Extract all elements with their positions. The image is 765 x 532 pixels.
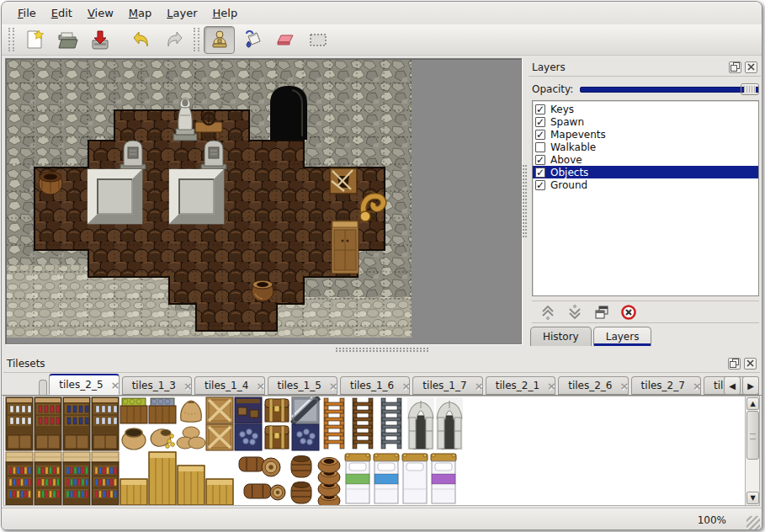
tileset-tab-label: tiles_2_1 xyxy=(496,380,539,391)
close-panel-button[interactable] xyxy=(745,61,757,73)
new-map-button[interactable] xyxy=(19,26,50,54)
lower-layer-button[interactable] xyxy=(566,303,584,322)
tab-scroll-buttons: ◀ ▶ xyxy=(724,376,759,395)
layer-visibility-checkbox[interactable] xyxy=(535,142,545,152)
tileset-tab-tiles_1_7[interactable]: tiles_1_7× xyxy=(412,376,482,395)
menu-edit[interactable]: Edit xyxy=(44,4,80,22)
layer-row-ground[interactable]: ✓Ground xyxy=(533,178,758,191)
undo-arrow-icon xyxy=(130,29,152,51)
resize-grip[interactable] xyxy=(746,516,760,529)
duplicate-layer-button[interactable] xyxy=(592,303,611,322)
map-viewport[interactable] xyxy=(5,58,522,344)
layer-row-above[interactable]: ✓Above xyxy=(533,153,758,166)
tileset-tab-tiles_1_4[interactable]: tiles_1_4× xyxy=(194,376,264,395)
menu-help[interactable]: Help xyxy=(205,4,246,22)
open-map-button[interactable] xyxy=(51,26,82,54)
layer-visibility-checkbox[interactable]: ✓ xyxy=(535,130,545,140)
layer-visibility-checkbox[interactable]: ✓ xyxy=(535,117,545,127)
close-tab-icon[interactable]: × xyxy=(329,380,337,391)
lower-layer-icon xyxy=(566,304,583,321)
close-tab-icon[interactable]: × xyxy=(475,380,483,391)
tileset-tab-label: tiles_2_7 xyxy=(641,380,685,391)
layers-dock: Layers Opacity: xyxy=(529,56,762,346)
layer-row-spawn[interactable]: ✓Spawn xyxy=(533,115,758,128)
scroll-down-button[interactable]: ▼ xyxy=(746,492,759,504)
tileset-tab-tiles_2_5[interactable]: tiles_2_5× xyxy=(49,374,119,395)
float-panel-button[interactable] xyxy=(729,61,741,73)
tileset-tab-tiles_2_1[interactable]: tiles_2_1× xyxy=(486,376,555,395)
fill-tool-button[interactable] xyxy=(236,26,268,54)
close-tab-icon[interactable]: × xyxy=(256,380,264,391)
scroll-tabs-left-button[interactable]: ◀ xyxy=(724,376,741,395)
app-window: FileEditViewMapLayerHelp xyxy=(1,1,762,530)
opacity-slider-track xyxy=(580,87,759,93)
toolbar-handle-2[interactable] xyxy=(194,28,199,51)
layer-name: Objects xyxy=(550,167,588,178)
close-tilesets-button[interactable] xyxy=(744,358,757,370)
toolbar xyxy=(2,24,762,56)
dock-tab-layers[interactable]: Layers xyxy=(593,327,652,346)
float-icon xyxy=(730,62,740,72)
opacity-slider-handle[interactable] xyxy=(741,83,759,95)
layer-row-mapevents[interactable]: ✓Mapevents xyxy=(533,128,758,141)
tileset-tab-tiles_1_5[interactable]: tiles_1_5× xyxy=(268,376,337,395)
scrollbar-thumb[interactable] xyxy=(746,411,759,460)
tileset-tab-tiles_2_7[interactable]: tiles_2_7× xyxy=(631,376,701,395)
float-tilesets-button[interactable] xyxy=(728,358,741,370)
redo-button[interactable] xyxy=(158,26,189,54)
scroll-tabs-right-button[interactable]: ▶ xyxy=(742,376,759,395)
delete-layer-icon xyxy=(620,304,637,321)
layer-visibility-checkbox[interactable]: ✓ xyxy=(535,180,545,190)
scrolled-tab-stub xyxy=(39,380,47,395)
map-canvas[interactable] xyxy=(7,60,412,338)
undo-button[interactable] xyxy=(125,26,157,54)
redo-arrow-icon xyxy=(163,29,185,51)
splitter-grip-h xyxy=(336,348,428,352)
opacity-slider[interactable] xyxy=(580,82,759,96)
tileset-tab-tiles_1_6[interactable]: tiles_1_6× xyxy=(340,376,410,395)
close-tab-icon[interactable]: × xyxy=(547,380,555,391)
tileset-tab-label: tiles_2_5 xyxy=(59,379,103,391)
dock-tab-history[interactable]: History xyxy=(530,327,592,346)
layer-visibility-checkbox[interactable]: ✓ xyxy=(535,104,545,114)
tileset-tab-tiles_2_6[interactable]: tiles_2_6× xyxy=(558,376,628,395)
tileset-content[interactable]: ▲ ▼ xyxy=(3,396,760,506)
tileset-tab-tiles_1_3[interactable]: tiles_1_3× xyxy=(122,376,192,395)
layer-list[interactable]: ✓Keys✓Spawn✓MapeventsWalkable✓Above✓Obje… xyxy=(532,100,759,296)
layer-row-keys[interactable]: ✓Keys xyxy=(533,103,758,115)
tileset-scrollbar[interactable]: ▲ ▼ xyxy=(745,396,759,505)
tileset-tab-label: tiles_2_6 xyxy=(568,380,612,391)
layer-name: Above xyxy=(550,154,582,166)
opacity-label: Opacity: xyxy=(532,83,573,95)
menu-map[interactable]: Map xyxy=(121,4,159,22)
vertical-splitter[interactable] xyxy=(521,58,528,344)
menu-layer[interactable]: Layer xyxy=(159,4,205,22)
eraser-icon xyxy=(274,29,296,51)
menu-file[interactable]: File xyxy=(10,4,44,22)
layer-row-objects[interactable]: ✓Objects xyxy=(533,166,758,178)
layer-row-walkable[interactable]: Walkable xyxy=(533,141,758,153)
layer-name: Spawn xyxy=(550,116,584,128)
tileset-tab-bar: tiles_2_5×tiles_1_3×tiles_1_4×tiles_1_5×… xyxy=(2,374,762,396)
raise-layer-button[interactable] xyxy=(539,303,557,322)
tileset-canvas[interactable] xyxy=(4,396,746,505)
eraser-tool-button[interactable] xyxy=(269,26,300,54)
stamp-tool-button[interactable] xyxy=(204,26,235,54)
raise-layer-icon xyxy=(539,304,556,321)
dock-tab-bar: HistoryLayers xyxy=(530,327,653,346)
layer-visibility-checkbox[interactable]: ✓ xyxy=(535,155,545,165)
scroll-up-button[interactable]: ▲ xyxy=(746,397,759,410)
close-tab-icon[interactable]: × xyxy=(693,380,701,391)
layer-visibility-checkbox[interactable]: ✓ xyxy=(535,168,545,178)
save-map-button[interactable] xyxy=(84,26,115,54)
toolbar-handle[interactable] xyxy=(8,28,14,51)
horizontal-splitter[interactable] xyxy=(2,346,762,353)
select-tool-button[interactable] xyxy=(302,26,333,54)
close-tab-icon[interactable]: × xyxy=(401,380,410,391)
tilesets-panel-header: Tilesets xyxy=(3,354,760,373)
delete-layer-button[interactable] xyxy=(619,303,638,322)
close-tab-icon[interactable]: × xyxy=(183,380,192,391)
close-tab-icon[interactable]: × xyxy=(619,380,628,391)
close-tab-icon[interactable]: × xyxy=(111,380,120,391)
menu-view[interactable]: View xyxy=(80,4,121,22)
